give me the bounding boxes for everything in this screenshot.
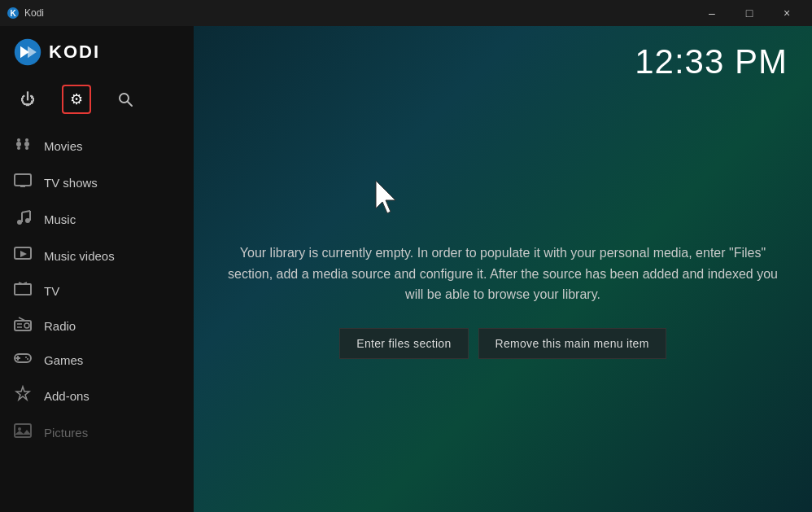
sidebar-item-games[interactable]: Games: [0, 344, 194, 377]
time-display: 12:33 PM: [635, 42, 788, 81]
title-bar-title: Kodi: [24, 7, 44, 19]
tv-shows-icon: [13, 173, 33, 192]
svg-point-9: [17, 138, 20, 142]
pictures-icon: [13, 423, 33, 442]
sidebar-item-tv-shows[interactable]: TV shows: [0, 165, 194, 200]
radio-label: Radio: [44, 319, 76, 333]
pictures-label: Pictures: [44, 426, 88, 440]
action-buttons: Enter files section Remove this main men…: [339, 328, 666, 359]
music-videos-icon: [13, 247, 33, 265]
maximize-button[interactable]: □: [731, 0, 768, 26]
svg-point-12: [25, 147, 28, 150]
movies-icon: [13, 135, 33, 157]
svg-rect-13: [15, 174, 31, 186]
sidebar-top-icons: ⏻ ⚙: [0, 78, 194, 127]
svg-marker-40: [376, 181, 395, 213]
movies-label: Movies: [44, 139, 83, 153]
close-button[interactable]: ×: [768, 0, 805, 26]
kodi-logo: [13, 37, 42, 67]
search-button[interactable]: [111, 85, 140, 114]
svg-point-7: [16, 142, 21, 147]
minimize-button[interactable]: –: [693, 0, 731, 26]
svg-text:K: K: [10, 9, 16, 18]
svg-rect-37: [15, 424, 31, 437]
music-videos-label: Music videos: [44, 249, 115, 263]
tv-icon: [13, 282, 33, 300]
sidebar-item-tv[interactable]: TV: [0, 274, 194, 309]
main-content: 12:33 PM Your library is currently empty…: [194, 26, 812, 512]
svg-line-19: [22, 211, 30, 212]
svg-point-35: [27, 358, 28, 360]
svg-point-26: [24, 323, 29, 328]
app-container: KODI ⏻ ⚙: [0, 26, 812, 512]
sidebar-nav: Movies TV shows: [0, 127, 194, 512]
sidebar-item-music[interactable]: Music: [0, 200, 194, 238]
svg-rect-25: [15, 321, 31, 330]
music-label: Music: [44, 212, 76, 226]
cursor-icon: [373, 179, 402, 215]
sidebar-item-radio[interactable]: Radio: [0, 309, 194, 344]
enter-files-button[interactable]: Enter files section: [339, 328, 468, 359]
title-bar-left: K Kodi: [7, 7, 44, 20]
app-name: KODI: [49, 42, 100, 63]
svg-point-34: [25, 357, 27, 358]
music-icon: [13, 208, 33, 230]
sidebar-item-add-ons[interactable]: Add-ons: [0, 377, 194, 415]
title-bar-controls: – □ ×: [693, 0, 805, 26]
add-ons-label: Add-ons: [44, 389, 89, 403]
settings-button[interactable]: ⚙: [62, 85, 91, 114]
sidebar-header: KODI: [0, 26, 194, 78]
sidebar-item-pictures[interactable]: Pictures: [0, 415, 194, 450]
games-label: Games: [44, 353, 83, 367]
svg-marker-36: [16, 387, 29, 400]
tv-label: TV: [44, 284, 59, 298]
library-message: Your library is currently empty. In orde…: [226, 243, 779, 305]
app-icon: K: [7, 7, 20, 20]
sidebar: KODI ⏻ ⚙: [0, 26, 194, 512]
svg-rect-22: [15, 284, 31, 295]
tv-shows-label: TV shows: [44, 176, 98, 190]
sidebar-item-movies[interactable]: Movies: [0, 127, 194, 165]
svg-line-6: [128, 102, 132, 106]
title-bar: K Kodi – □ ×: [0, 0, 812, 26]
add-ons-icon: [13, 385, 33, 407]
svg-marker-39: [15, 430, 31, 435]
cursor-area: [373, 179, 402, 218]
svg-point-38: [18, 427, 21, 431]
svg-point-8: [24, 142, 29, 147]
svg-point-11: [17, 147, 20, 150]
svg-point-10: [25, 138, 28, 142]
svg-marker-21: [20, 251, 27, 257]
remove-menu-item-button[interactable]: Remove this main menu item: [478, 328, 666, 359]
sidebar-item-music-videos[interactable]: Music videos: [0, 238, 194, 274]
power-button[interactable]: ⏻: [13, 85, 42, 114]
games-icon: [13, 352, 33, 369]
radio-icon: [13, 317, 33, 335]
